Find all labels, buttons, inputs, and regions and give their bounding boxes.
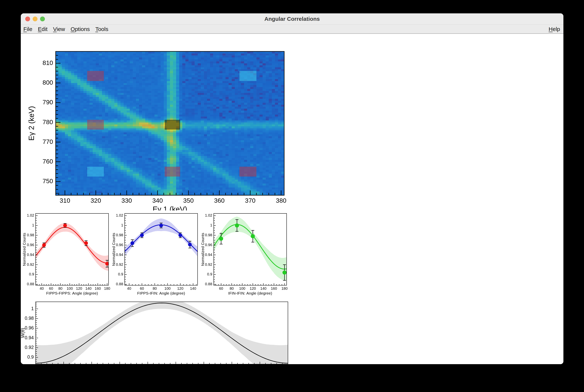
menu-right: Help bbox=[548, 25, 561, 34]
desktop: { "window": { "title": "Angular Correlat… bbox=[0, 0, 584, 392]
menu-edit[interactable]: Edit bbox=[37, 26, 48, 32]
fipps-ifin-plot[interactable] bbox=[111, 210, 204, 296]
wtheta-combined-plot[interactable] bbox=[21, 299, 297, 364]
menu-left: FileEditViewOptionsTools bbox=[23, 25, 109, 34]
menu-tools[interactable]: Tools bbox=[95, 26, 109, 32]
fipps-fipps-plot[interactable] bbox=[21, 210, 113, 296]
menu-options[interactable]: Options bbox=[70, 26, 90, 32]
window-title: Angular Correlations bbox=[21, 13, 564, 24]
canvas-area bbox=[21, 34, 564, 364]
menu-help[interactable]: Help bbox=[548, 26, 561, 32]
app-window: Angular Correlations FileEditViewOptions… bbox=[21, 13, 564, 364]
menu-file[interactable]: File bbox=[23, 26, 33, 32]
gamma-gamma-matrix-plot[interactable] bbox=[21, 47, 299, 210]
menu-view[interactable]: View bbox=[53, 26, 65, 32]
ifin-ifin-plot[interactable] bbox=[200, 210, 295, 296]
menubar: FileEditViewOptionsTools Help bbox=[21, 25, 564, 34]
titlebar: Angular Correlations bbox=[21, 13, 564, 25]
